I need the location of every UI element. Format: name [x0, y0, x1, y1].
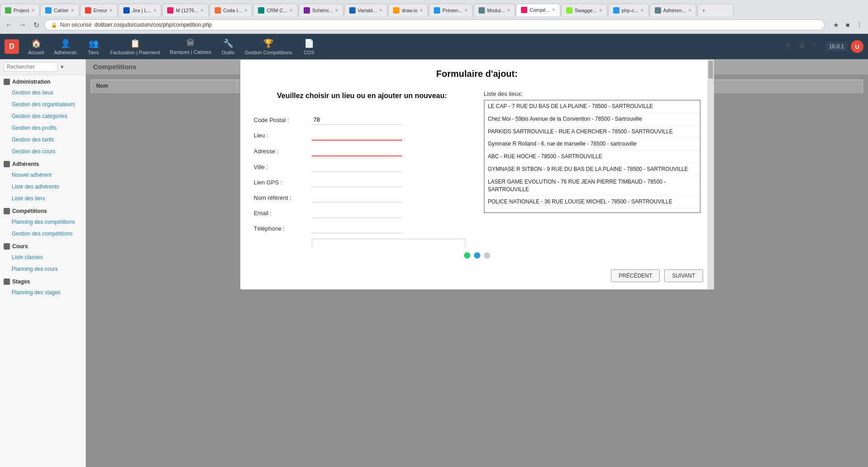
browser-tab-7[interactable]: Schémi...×	[299, 4, 343, 16]
previous-button[interactable]: PRÉCÉDENT	[611, 269, 660, 282]
browser-tab-14[interactable]: php-c...×	[608, 4, 649, 16]
sidebar-section-administration[interactable]: Administration	[0, 75, 85, 87]
sidebar-item-planning-des-comp-titions[interactable]: Planning des compétitions	[0, 216, 85, 228]
modal-scrollbar[interactable]	[708, 60, 714, 289]
form-commentaire-input[interactable]	[312, 239, 465, 248]
sidebar-item-gestion-des-profils[interactable]: Gestion des profils	[0, 122, 85, 134]
nav-item-facturation---paiement[interactable]: 📋Facturation | Paiement	[106, 36, 164, 58]
sidebar-section-comp-titions[interactable]: Compétitions	[0, 204, 85, 216]
nav-item-cos[interactable]: 📄COS	[298, 36, 320, 58]
form-field-3[interactable]	[312, 162, 402, 172]
list-item-7[interactable]: POLICE NATIONALE - 36 RUE LOUISE MICHEL …	[484, 196, 700, 208]
back-button[interactable]: ←	[4, 19, 14, 30]
browser-tab-10[interactable]: Présen...×	[429, 4, 473, 16]
search-input[interactable]	[4, 62, 58, 72]
modal-scrollbar-thumb[interactable]	[708, 61, 713, 79]
browser-tab-11[interactable]: Modul...×	[474, 4, 515, 16]
tab-close-icon[interactable]: ×	[552, 7, 555, 13]
list-item-3[interactable]: Gymnase R Rolland - 6, rue de marseille …	[484, 138, 700, 151]
sidebar-item-planning-des-stages[interactable]: Planning des stages	[0, 287, 85, 298]
form-field-6[interactable]	[312, 208, 402, 218]
browser-tab-5[interactable]: Coda I...×	[210, 4, 253, 16]
sidebar-item-gestion-des-cat-gories[interactable]: Gestion des catégories	[0, 110, 85, 122]
new-tab-button[interactable]: +	[697, 4, 733, 16]
tab-close-icon[interactable]: ×	[464, 7, 468, 14]
tab-close-icon[interactable]: ×	[379, 7, 382, 14]
list-item-5[interactable]: GYMNASE R SITBON - 9 RUE DU BAS DE LA PL…	[484, 163, 700, 176]
nav-item-banques---caisses[interactable]: 🏛Banques | Caisses	[165, 36, 216, 57]
tab-close-icon[interactable]: ×	[31, 7, 34, 14]
list-box[interactable]: LE CAP - 7 RUE DU BAS DE LA PLAINE - 785…	[484, 100, 700, 213]
browser-tab-9[interactable]: draw.io×	[388, 4, 428, 16]
browser-tab-1[interactable]: Cahier×	[40, 4, 79, 16]
list-item-0[interactable]: LE CAP - 7 RUE DU BAS DE LA PLAINE - 785…	[484, 100, 700, 113]
app-logo[interactable]: D	[5, 39, 19, 54]
section-title-0: Administration	[12, 79, 51, 85]
nav-item-accueil[interactable]: 🏠Accueil	[23, 36, 48, 58]
sidebar-item-gestion-des-lieux[interactable]: Gestion des lieux	[0, 87, 85, 99]
nav-item-tiers[interactable]: 👥Tiers	[82, 36, 105, 58]
browser-tab-8[interactable]: Variabl...×	[344, 4, 388, 16]
menu-icon[interactable]: ⋮	[854, 20, 864, 30]
next-button[interactable]: SUIVANT	[664, 269, 703, 282]
list-item-1[interactable]: Chez Moi - 59bis Avenue de la Convention…	[484, 113, 700, 126]
sidebar-item-liste-classes[interactable]: Liste classes	[0, 251, 85, 263]
settings-icon[interactable]: ⚙	[785, 42, 795, 52]
list-item-6[interactable]: LASER GAME EVOLUTION - 76 RUE JEAN PIERR…	[484, 176, 700, 196]
form-field-7[interactable]	[312, 223, 402, 233]
nav-item-adh-rents[interactable]: 👤Adhérents	[49, 36, 81, 58]
browser-tab-4[interactable]: M (1276...×	[162, 4, 209, 16]
browser-tab-2[interactable]: Erreur×	[80, 4, 118, 16]
forward-button[interactable]: →	[17, 19, 28, 30]
bookmark-icon[interactable]: ★	[831, 20, 841, 30]
browser-tab-6[interactable]: CRM C...×	[253, 4, 297, 16]
tab-close-icon[interactable]: ×	[507, 7, 510, 14]
search-arrow-icon[interactable]: ▼	[60, 64, 65, 70]
tab-close-icon[interactable]: ×	[599, 7, 602, 14]
user-avatar[interactable]: U	[851, 40, 863, 53]
tab-close-icon[interactable]: ×	[688, 7, 691, 14]
sidebar-section-cours[interactable]: Cours	[0, 240, 85, 251]
sidebar-item-gestion-des-comp-titions[interactable]: Gestion des compétitions	[0, 228, 85, 240]
form-field-4[interactable]	[312, 177, 402, 187]
sidebar-section-stages[interactable]: Stages	[0, 275, 85, 287]
tab-close-icon[interactable]: ×	[244, 7, 247, 14]
tab-close-icon[interactable]: ×	[420, 7, 423, 14]
sidebar-item-liste-des-tiers[interactable]: Liste des tiers	[0, 193, 85, 204]
tab-close-icon[interactable]: ×	[109, 7, 113, 14]
sidebar-item-gestion-des-tarifs[interactable]: Gestion des tarifs	[0, 134, 85, 146]
reload-button[interactable]: ↻	[31, 19, 42, 30]
tab-close-icon[interactable]: ×	[335, 7, 338, 14]
browser-tab-3[interactable]: Jira | L...×	[118, 4, 161, 16]
sidebar-section-adh-rents[interactable]: Adhérents	[0, 157, 85, 169]
extensions-icon[interactable]: ■	[843, 20, 853, 30]
sidebar-item-nouvel-adh-rent[interactable]: Nouvel adhérent	[0, 169, 85, 181]
browser-tab-0[interactable]: Project×	[0, 4, 39, 16]
browser-tab-13[interactable]: Swagge...×	[561, 4, 607, 16]
nav-item-gestion-comp-titions[interactable]: 🏆Gestion Compétitions	[240, 36, 297, 58]
form-field-2[interactable]	[312, 146, 402, 156]
nav-item-outils[interactable]: 🔧Outils	[217, 36, 239, 58]
help-icon[interactable]: ?	[812, 42, 822, 52]
tab-close-icon[interactable]: ×	[71, 7, 74, 14]
tab-close-icon[interactable]: ×	[153, 7, 156, 14]
browser-tab-12[interactable]: Compé...×	[516, 4, 560, 16]
sidebar-item-gestion-des-organisateurs[interactable]: Gestion des organisateurs	[0, 99, 85, 110]
list-item-4[interactable]: ABC - RUE HOCHE - 78500 - SARTROUVILLE	[484, 151, 700, 163]
pagination-dot-0[interactable]	[464, 252, 470, 259]
sidebar-item-liste-des-adh-rents[interactable]: Liste des adhérents	[0, 181, 85, 193]
browser-tab-15[interactable]: Adhéren...×	[650, 4, 697, 16]
sidebar-item-planning-des-cours[interactable]: Planning des cours	[0, 263, 85, 275]
pagination-dot-1[interactable]	[474, 252, 480, 259]
tab-close-icon[interactable]: ×	[290, 7, 293, 14]
address-bar[interactable]: 🔒 Non sécurisé dolibarr.cosjudo/custom/c…	[44, 19, 825, 30]
sidebar-item-gestion-des-cours[interactable]: Gestion des cours	[0, 146, 85, 157]
form-field-5[interactable]	[312, 193, 402, 203]
pagination-dot-2[interactable]	[484, 252, 490, 259]
tab-close-icon[interactable]: ×	[641, 7, 644, 14]
print-icon[interactable]: 🖶	[799, 42, 809, 52]
tab-close-icon[interactable]: ×	[201, 7, 204, 14]
form-field-0[interactable]	[312, 115, 402, 125]
list-item-2[interactable]: PARKIDS SARTROUVILLE - RUE A CHERCHER - …	[484, 126, 700, 138]
form-field-1[interactable]	[312, 130, 402, 141]
